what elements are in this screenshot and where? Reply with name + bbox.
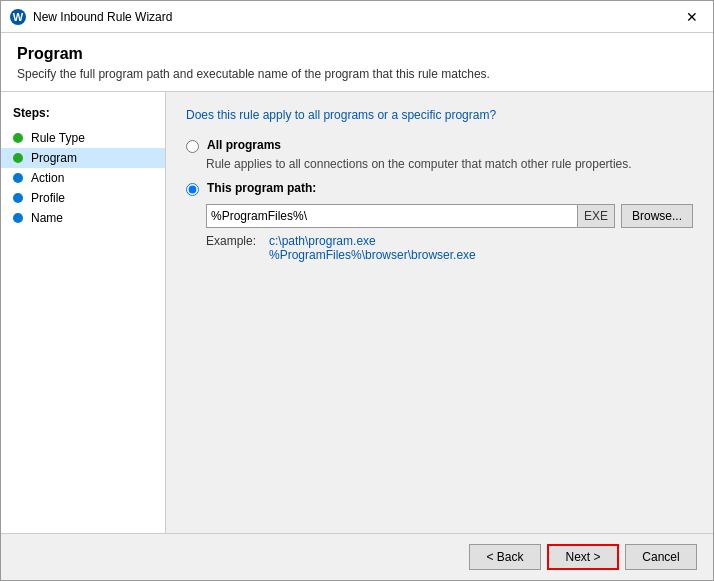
next-button[interactable]: Next >	[547, 544, 619, 570]
all-programs-label[interactable]: All programs	[207, 138, 281, 152]
close-button[interactable]: ✕	[679, 7, 705, 27]
page-description: Specify the full program path and execut…	[17, 67, 697, 81]
sidebar-item-program[interactable]: Program	[1, 148, 165, 168]
example-row: Example: c:\path\program.exe %ProgramFil…	[206, 234, 693, 262]
all-programs-radio[interactable]	[186, 140, 199, 153]
exe-label: EXE	[578, 204, 615, 228]
example-paths: c:\path\program.exe %ProgramFiles%\brows…	[269, 234, 476, 262]
this-program-label[interactable]: This program path:	[207, 181, 316, 195]
sidebar-item-label: Program	[31, 151, 77, 165]
title-bar: W New Inbound Rule Wizard ✕	[1, 1, 713, 33]
window-icon: W	[9, 8, 27, 26]
all-programs-desc: Rule applies to all connections on the c…	[206, 157, 693, 171]
sidebar-item-label: Profile	[31, 191, 65, 205]
question-text: Does this rule apply to all programs or …	[186, 108, 693, 122]
footer: < Back Next > Cancel	[1, 533, 713, 580]
dot-icon	[13, 153, 23, 163]
svg-text:W: W	[13, 11, 24, 23]
dot-icon	[13, 133, 23, 143]
sidebar-title: Steps:	[1, 102, 165, 128]
radio-group: All programs Rule applies to all connect…	[186, 138, 693, 262]
page-title: Program	[17, 45, 697, 63]
sidebar: Steps: Rule Type Program Action Profile …	[1, 92, 166, 533]
sidebar-item-rule-type[interactable]: Rule Type	[1, 128, 165, 148]
wizard-window: W New Inbound Rule Wizard ✕ Program Spec…	[0, 0, 714, 581]
dot-icon	[13, 173, 23, 183]
sidebar-item-label: Action	[31, 171, 64, 185]
sidebar-item-label: Name	[31, 211, 63, 225]
this-program-radio[interactable]	[186, 183, 199, 196]
example-path-2: %ProgramFiles%\browser\browser.exe	[269, 248, 476, 262]
program-path-input[interactable]	[206, 204, 578, 228]
example-label: Example:	[206, 234, 261, 262]
this-program-option[interactable]: This program path:	[186, 181, 693, 196]
all-programs-option[interactable]: All programs	[186, 138, 693, 153]
dot-icon	[13, 193, 23, 203]
back-button[interactable]: < Back	[469, 544, 541, 570]
content-area: Steps: Rule Type Program Action Profile …	[1, 92, 713, 533]
example-path-1: c:\path\program.exe	[269, 234, 476, 248]
cancel-button[interactable]: Cancel	[625, 544, 697, 570]
window-title: New Inbound Rule Wizard	[33, 10, 679, 24]
sidebar-item-name[interactable]: Name	[1, 208, 165, 228]
browse-button[interactable]: Browse...	[621, 204, 693, 228]
program-path-row: EXE Browse...	[206, 204, 693, 228]
main-panel: Does this rule apply to all programs or …	[166, 92, 713, 533]
dot-icon	[13, 213, 23, 223]
sidebar-item-action[interactable]: Action	[1, 168, 165, 188]
sidebar-item-label: Rule Type	[31, 131, 85, 145]
sidebar-item-profile[interactable]: Profile	[1, 188, 165, 208]
header-area: Program Specify the full program path an…	[1, 33, 713, 92]
